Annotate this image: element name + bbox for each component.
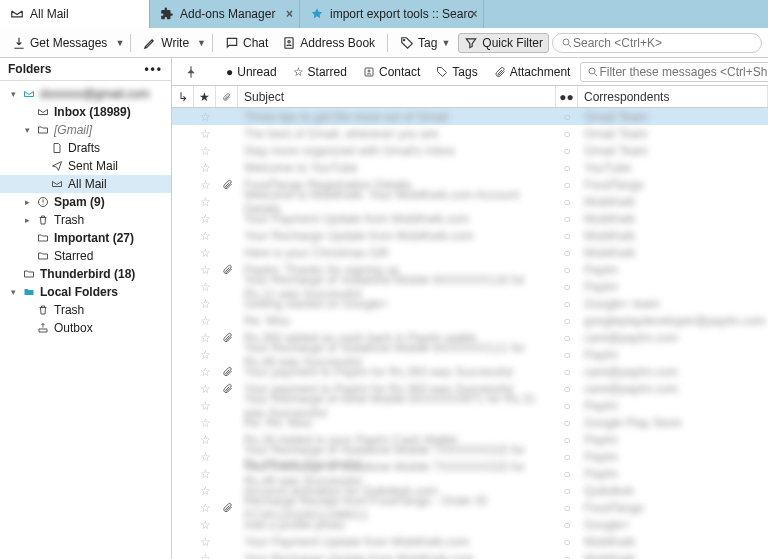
star-cell[interactable]: ☆ — [194, 414, 216, 431]
star-cell[interactable]: ☆ — [194, 516, 216, 533]
col-star[interactable]: ★ — [194, 86, 216, 107]
read-cell[interactable]: ○ — [556, 550, 578, 559]
read-cell[interactable]: ○ — [556, 244, 578, 261]
read-cell[interactable]: ○ — [556, 414, 578, 431]
account-node[interactable]: ▾ dxxxxxx@gmail.com — [0, 85, 171, 103]
star-cell[interactable]: ☆ — [194, 193, 216, 210]
message-list[interactable]: ☆Three tips to get the most out of Gmail… — [172, 108, 768, 559]
pin-filter-button[interactable] — [178, 63, 204, 81]
read-cell[interactable]: ○ — [556, 465, 578, 482]
filter-search[interactable] — [580, 62, 768, 82]
col-attachment[interactable] — [216, 86, 238, 107]
message-row[interactable]: ☆Your Recharge of Airtel Mobile 8XXXXXX8… — [172, 397, 768, 414]
message-row[interactable]: ☆Your Recharge of Vodafone Mobile 9XXXXX… — [172, 346, 768, 363]
folder-lf-trash[interactable]: Trash — [0, 301, 171, 319]
read-cell[interactable]: ○ — [556, 397, 578, 414]
message-row[interactable]: ☆Here is your Christmas Gift○MobiKwik — [172, 244, 768, 261]
col-thread[interactable]: ↳ — [172, 86, 194, 107]
folder-gmail[interactable]: ▾[Gmail] — [0, 121, 171, 139]
star-cell[interactable]: ☆ — [194, 380, 216, 397]
more-icon[interactable]: ••• — [144, 62, 163, 76]
message-row[interactable]: ☆Three tips to get the most out of Gmail… — [172, 108, 768, 125]
message-row[interactable]: ☆Your Recharge of Vodafone Mobile 9XXXXX… — [172, 278, 768, 295]
read-cell[interactable]: ○ — [556, 295, 578, 312]
address-book-button[interactable]: Address Book — [276, 33, 381, 53]
read-cell[interactable]: ○ — [556, 193, 578, 210]
folder-starred[interactable]: Starred — [0, 247, 171, 265]
read-cell[interactable]: ○ — [556, 210, 578, 227]
folder-allmail[interactable]: All Mail — [0, 175, 171, 193]
read-cell[interactable]: ○ — [556, 346, 578, 363]
filter-unread-button[interactable]: ●Unread — [220, 63, 283, 81]
global-search[interactable] — [552, 33, 762, 53]
message-row[interactable]: ☆Your Recharge of Vodafone Mobile 7XXXXX… — [172, 465, 768, 482]
folder-drafts[interactable]: Drafts — [0, 139, 171, 157]
message-row[interactable]: ☆Your Payment Update from MobiKwik.com○M… — [172, 533, 768, 550]
message-row[interactable]: ☆Welcome to MobiKwik: Your MobiKwik.com … — [172, 193, 768, 210]
read-cell[interactable]: ○ — [556, 516, 578, 533]
message-row[interactable]: ☆Re: Misc○googleplaydeveloper@paytm.com — [172, 312, 768, 329]
message-row[interactable]: ☆Add a profile photo○Google+ — [172, 516, 768, 533]
star-cell[interactable]: ☆ — [194, 465, 216, 482]
filter-starred-button[interactable]: ☆Starred — [287, 63, 353, 81]
star-cell[interactable]: ☆ — [194, 346, 216, 363]
read-cell[interactable]: ○ — [556, 108, 578, 125]
read-cell[interactable]: ○ — [556, 431, 578, 448]
star-cell[interactable]: ☆ — [194, 363, 216, 380]
col-subject[interactable]: Subject — [238, 86, 556, 107]
read-cell[interactable]: ○ — [556, 363, 578, 380]
read-cell[interactable]: ○ — [556, 261, 578, 278]
twisty-icon[interactable]: ▾ — [8, 287, 18, 297]
filter-tags-button[interactable]: Tags — [430, 63, 483, 81]
twisty-icon[interactable]: ▾ — [22, 125, 32, 135]
twisty-icon[interactable]: ▸ — [22, 197, 32, 207]
star-cell[interactable]: ☆ — [194, 210, 216, 227]
filter-contact-button[interactable]: Contact — [357, 63, 426, 81]
chevron-down-icon[interactable]: ▼ — [197, 38, 206, 48]
message-row[interactable]: ☆Your Payment Update from MobiKwik.com○M… — [172, 210, 768, 227]
star-cell[interactable]: ☆ — [194, 533, 216, 550]
write-button[interactable]: Write — [137, 33, 195, 53]
folder-thunderbird[interactable]: Thunderbird (18) — [0, 265, 171, 283]
read-cell[interactable]: ○ — [556, 278, 578, 295]
folder-inbox[interactable]: Inbox (18989) — [0, 103, 171, 121]
filter-search-input[interactable] — [599, 65, 768, 79]
star-cell[interactable]: ☆ — [194, 499, 216, 516]
star-cell[interactable]: ☆ — [194, 431, 216, 448]
twisty-icon[interactable]: ▸ — [22, 215, 32, 225]
chevron-down-icon[interactable]: ▼ — [115, 38, 124, 48]
twisty-icon[interactable]: ▾ — [8, 89, 18, 99]
star-cell[interactable]: ☆ — [194, 159, 216, 176]
message-row[interactable]: ☆Recharge Receipt from FoodTango - Order… — [172, 499, 768, 516]
read-cell[interactable]: ○ — [556, 176, 578, 193]
read-cell[interactable]: ○ — [556, 142, 578, 159]
read-cell[interactable]: ○ — [556, 482, 578, 499]
read-cell[interactable]: ○ — [556, 125, 578, 142]
folder-trash[interactable]: ▸Trash — [0, 211, 171, 229]
col-read[interactable]: ●● — [556, 86, 578, 107]
folder-lf-outbox[interactable]: Outbox — [0, 319, 171, 337]
folder-spam[interactable]: ▸Spam (9) — [0, 193, 171, 211]
star-cell[interactable]: ☆ — [194, 312, 216, 329]
get-messages-button[interactable]: Get Messages — [6, 33, 113, 53]
message-row[interactable]: ☆Re: Re: Misc○Google Play Store — [172, 414, 768, 431]
read-cell[interactable]: ○ — [556, 499, 578, 516]
col-correspondents[interactable]: Correspondents — [578, 86, 768, 107]
message-row[interactable]: ☆Welcome to YouTube○YouTube — [172, 159, 768, 176]
star-cell[interactable]: ☆ — [194, 278, 216, 295]
message-row[interactable]: ☆Your Recharge Update from MobiKwik.com○… — [172, 227, 768, 244]
filter-attachment-button[interactable]: Attachment — [488, 63, 577, 81]
read-cell[interactable]: ○ — [556, 227, 578, 244]
tab-addons[interactable]: Add-ons Manager × — [150, 0, 300, 28]
star-cell[interactable]: ☆ — [194, 142, 216, 159]
read-cell[interactable]: ○ — [556, 159, 578, 176]
star-cell[interactable]: ☆ — [194, 125, 216, 142]
tag-button[interactable]: Tag ▼ — [394, 33, 456, 53]
star-cell[interactable]: ☆ — [194, 244, 216, 261]
read-cell[interactable]: ○ — [556, 312, 578, 329]
close-icon[interactable]: × — [470, 7, 477, 21]
star-cell[interactable]: ☆ — [194, 295, 216, 312]
star-cell[interactable]: ☆ — [194, 108, 216, 125]
folder-localfolders[interactable]: ▾Local Folders — [0, 283, 171, 301]
tab-search-addons[interactable]: import export tools :: Searc × — [300, 0, 484, 28]
